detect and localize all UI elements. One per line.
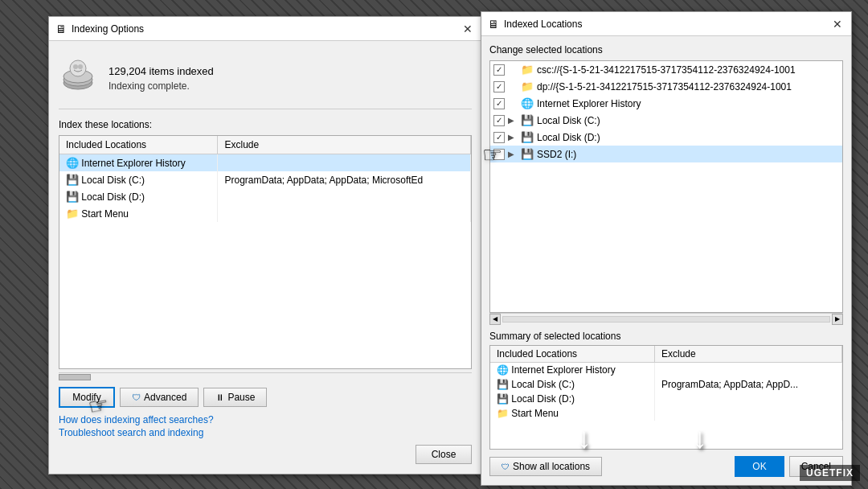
indexed-window-icon: 🖥 (488, 18, 499, 31)
tree-item[interactable]: ✓ ▶ 💾 Local Disk (C:) (490, 112, 842, 129)
summary-exclude (655, 392, 842, 406)
summary-table-wrap: Included Locations Exclude 🌐 Internet Ex… (489, 345, 843, 450)
summary-col2: Exclude (655, 346, 842, 363)
scroll-left-btn[interactable]: ◀ (489, 314, 501, 325)
summary-exclude: ProgramData; AppData; AppD... (655, 377, 842, 392)
scroll-right-btn[interactable]: ▶ (832, 314, 843, 325)
indexed-hscrollbar[interactable]: ◀ ▶ (489, 313, 843, 324)
tree-checkbox[interactable]: ✓ (493, 98, 505, 109)
change-locations-label: Change selected locations (489, 44, 843, 55)
expand-icon[interactable]: ▶ (508, 133, 518, 142)
tree-item[interactable]: ✓ 🌐 Internet Explorer History (490, 95, 842, 112)
indexing-help-link[interactable]: How does indexing affect searches? (59, 414, 472, 425)
tree-checkbox[interactable]: ✓ (493, 81, 505, 92)
tree-checkbox[interactable]: ✓ (493, 132, 505, 143)
indexed-title: Indexed Locations (504, 18, 582, 30)
exclude-cell: ProgramData; AppData; AppData; Microsoft… (218, 171, 471, 188)
horizontal-scrollbar[interactable] (59, 372, 472, 380)
col-exclude: Exclude (218, 136, 471, 154)
tree-item-icon: 📁 (521, 80, 534, 92)
summary-row: 💾 Local Disk (D:) (490, 392, 655, 406)
watermark: UGETFIX (800, 465, 860, 481)
indexed-titlebar: 🖥 Indexed Locations ✕ (481, 12, 851, 36)
exclude-cell (218, 188, 471, 205)
tree-item[interactable]: ✓ 📁 csc://{S-1-5-21-3412217515-371735411… (490, 61, 842, 78)
summary-row: 💾 Local Disk (C:) (490, 377, 655, 392)
stats-icon (59, 59, 97, 97)
stats-section: 129,204 items indexed Indexing complete. (59, 51, 472, 109)
summary-exclude (655, 406, 842, 421)
indexed-close-button[interactable]: ✕ (830, 17, 845, 31)
svg-point-3 (70, 60, 86, 76)
tree-item-icon: 💾 (521, 131, 534, 143)
col-included: Included Locations (59, 136, 218, 154)
indexing-titlebar: 🖥 Indexing Options ✕ (49, 17, 481, 41)
indexed-locations-window: 🖥 Indexed Locations ✕ Change selected lo… (481, 11, 852, 486)
tree-checkbox[interactable] (493, 149, 505, 160)
svg-point-4 (73, 64, 78, 69)
scroll-track (502, 316, 830, 323)
indexing-close-btn[interactable]: Close (416, 445, 472, 464)
tree-item[interactable]: ▶ 💾 SSD2 (I:) (490, 146, 842, 162)
locations-table-wrap: Included Locations Exclude 🌐 Internet Ex… (59, 135, 472, 369)
tree-item-icon: 📁 (521, 64, 534, 76)
summary-exclude (655, 363, 842, 378)
tree-item-label: SSD2 (I:) (537, 149, 839, 160)
indexing-title: Indexing Options (72, 23, 144, 35)
exclude-cell (218, 154, 471, 172)
summary-row: 🌐 Internet Explorer History (490, 363, 655, 378)
table-row[interactable]: 💾 Local Disk (C:) (59, 171, 218, 188)
expand-icon[interactable]: ▶ (508, 116, 518, 125)
exclude-cell (218, 205, 471, 222)
table-row[interactable]: 💾 Local Disk (D:) (59, 188, 218, 205)
tree-item-icon: 💾 (521, 114, 534, 126)
tree-item-icon: 💾 (521, 148, 534, 160)
tree-item-label: csc://{S-1-5-21-3412217515-3717354112-23… (537, 64, 839, 76)
indexing-options-window: 🖥 Indexing Options ✕ 129,204 items index… (48, 16, 482, 475)
tree-item[interactable]: ✓ 📁 dp://{S-1-5-21-3412217515-3717354112… (490, 78, 842, 95)
tree-item[interactable]: ✓ ▶ 💾 Local Disk (D:) (490, 129, 842, 146)
tree-checkbox[interactable]: ✓ (493, 64, 505, 76)
table-row[interactable]: 🌐 Internet Explorer History (59, 154, 218, 172)
tree-wrap: ✓ 📁 csc://{S-1-5-21-3412217515-371735411… (489, 60, 843, 313)
tree-item-label: dp://{S-1-5-21-3412217515-3717354112-237… (537, 81, 839, 92)
table-row[interactable]: 📁 Start Menu (59, 205, 218, 222)
locations-label: Index these locations: (59, 119, 472, 130)
tree-item-label: Internet Explorer History (537, 98, 839, 109)
tree-item-label: Local Disk (C:) (537, 115, 839, 126)
item-count: 129,204 items indexed (108, 65, 214, 77)
pause-button[interactable]: ⏸ Pause (203, 388, 267, 407)
troubleshoot-link[interactable]: Troubleshoot search and indexing (59, 427, 472, 438)
show-all-locations-button[interactable]: 🛡 Show all locations (489, 457, 602, 476)
indexing-close-button[interactable]: ✕ (461, 22, 475, 36)
summary-label: Summary of selected locations (489, 331, 843, 342)
indexing-status: Indexing complete. (108, 80, 214, 92)
tree-item-icon: 🌐 (521, 97, 534, 109)
modify-button[interactable]: Modify (59, 387, 115, 408)
summary-row: 📁 Start Menu (490, 406, 655, 421)
ok-button[interactable]: OK (735, 456, 784, 477)
tree-item-label: Local Disk (D:) (537, 132, 839, 143)
svg-point-5 (78, 64, 83, 69)
tree-checkbox[interactable]: ✓ (493, 115, 505, 126)
window-icon: 🖥 (55, 23, 67, 35)
summary-col1: Included Locations (490, 346, 655, 363)
advanced-button[interactable]: 🛡 Advanced (120, 388, 199, 407)
expand-icon[interactable]: ▶ (508, 150, 518, 158)
